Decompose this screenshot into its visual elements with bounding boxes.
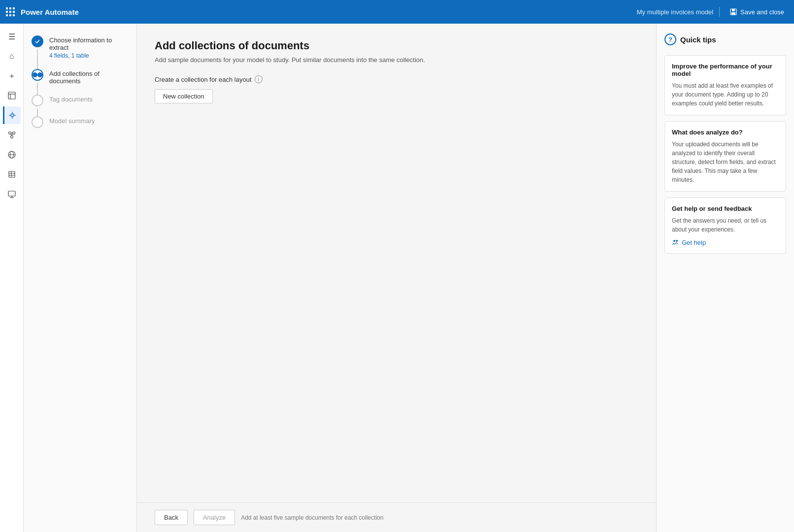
step-1-subtitle: 4 fields, 1 table [49,52,129,59]
step-2-content: Add collections of documents [49,69,129,85]
icon-sidebar: ☰ ⌂ ＋ [0,24,24,532]
topbar: Power Automate My multiple invoices mode… [0,0,794,24]
tip-card-0-title: Improve the performance of your model [672,63,779,77]
topbar-divider [719,7,720,17]
ai-models-button[interactable] [3,106,21,124]
step-3-content: Tag documents [49,95,93,103]
step-4-circle [32,116,43,128]
svg-point-27 [673,240,675,242]
step-model-summary: Model summary [32,116,129,128]
analyze-button[interactable]: Analyze [194,510,235,525]
menu-button[interactable]: ☰ [3,28,21,45]
save-close-button[interactable]: Save and close [726,6,788,18]
page-title: Add collections of documents [155,39,638,52]
svg-rect-2 [731,12,735,15]
templates-button[interactable] [3,87,21,104]
step-4-content: Model summary [49,116,95,125]
step-3-title: Tag documents [49,96,93,103]
new-collection-button[interactable]: New collection [155,89,213,103]
main-content: Add collections of documents Add sample … [137,24,656,532]
save-icon [729,8,737,16]
tip-card-help: Get help or send feedback Get the answer… [664,198,786,254]
back-button[interactable]: Back [155,510,188,525]
step-2-circle [32,69,43,81]
svg-rect-20 [9,171,15,177]
step-choose-info: Choose information to extract 4 fields, … [32,35,129,59]
content-body: Add collections of documents Add sample … [137,24,656,502]
step-2-dot [33,72,37,77]
app-grid-icon[interactable] [6,7,15,16]
tip-card-2-text: Get the answers you need, or tell us abo… [672,216,779,234]
svg-point-28 [676,240,678,242]
tip-card-1-text: Your uploaded documents will be analyzed… [672,140,779,184]
bottom-bar: Back Analyze Add at least five sample do… [137,502,656,532]
checkmark-icon [34,38,40,44]
monitor-icon [7,190,16,199]
tip-card-analyze: What does analyze do? Your uploaded docu… [664,121,786,192]
ai-icon [8,111,17,120]
help-circle-icon: ? [664,33,676,45]
step-1-content: Choose information to extract 4 fields, … [49,35,129,59]
step-1-circle [32,35,43,47]
step-tag-documents: Tag documents [32,95,129,106]
model-name: My multiple invoices model [637,8,713,16]
connections-button[interactable] [3,146,21,164]
step-1-title: Choose information to extract [49,36,129,51]
page-description: Add sample documents for your model to s… [155,56,638,64]
get-help-icon [672,239,679,246]
tip-card-2-title: Get help or send feedback [672,205,779,212]
main-layout: ☰ ⌂ ＋ Choos [0,24,794,532]
create-button[interactable]: ＋ [3,67,21,85]
templates-icon [7,91,16,100]
svg-point-11 [8,132,11,134]
quick-tips-panel: ? Quick tips Improve the performance of … [656,24,794,532]
tip-card-1-title: What does analyze do? [672,129,779,136]
svg-rect-3 [8,92,15,99]
get-help-link[interactable]: Get help [672,239,779,246]
svg-rect-24 [8,191,15,196]
step-4-title: Model summary [49,117,95,125]
tip-card-0-text: You must add at least five examples of y… [672,81,779,108]
data-icon [7,170,16,179]
app-title: Power Automate [21,8,79,16]
svg-line-16 [12,134,13,136]
step-add-collections: Add collections of documents [32,69,129,85]
topbar-right: My multiple invoices model Save and clos… [637,6,788,18]
info-icon[interactable]: i [255,75,263,83]
process-advisor-button[interactable] [3,126,21,144]
svg-rect-1 [732,9,735,11]
step-3-circle [32,95,43,106]
connections-icon [7,150,16,159]
step-2-title: Add collections of documents [49,70,129,85]
svg-point-12 [12,132,15,134]
quick-tips-title: Quick tips [680,35,716,44]
svg-point-6 [11,114,14,117]
home-button[interactable]: ⌂ [3,47,21,65]
data-button[interactable] [3,166,21,183]
bottom-hint: Add at least five sample documents for e… [241,514,384,521]
process-icon [7,131,16,139]
section-label: Create a collection for each layout i [155,75,638,83]
svg-point-13 [10,136,13,138]
tip-card-performance: Improve the performance of your model Yo… [664,55,786,115]
monitor-button[interactable] [3,185,21,203]
steps-sidebar: Choose information to extract 4 fields, … [24,24,137,532]
quick-tips-header: ? Quick tips [664,33,786,45]
